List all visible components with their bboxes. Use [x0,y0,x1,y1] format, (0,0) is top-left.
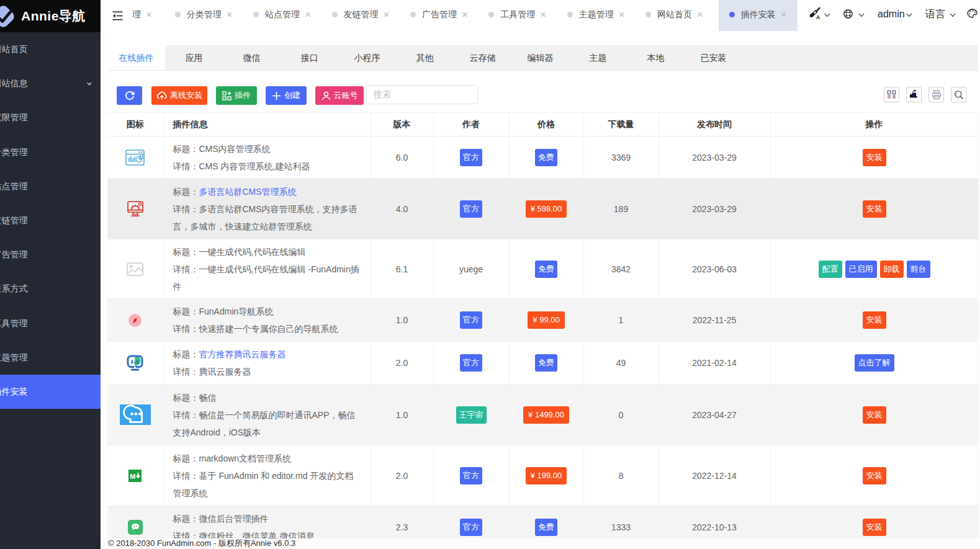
svg-text:A: A [816,14,820,20]
svg-text:M: M [130,472,135,480]
